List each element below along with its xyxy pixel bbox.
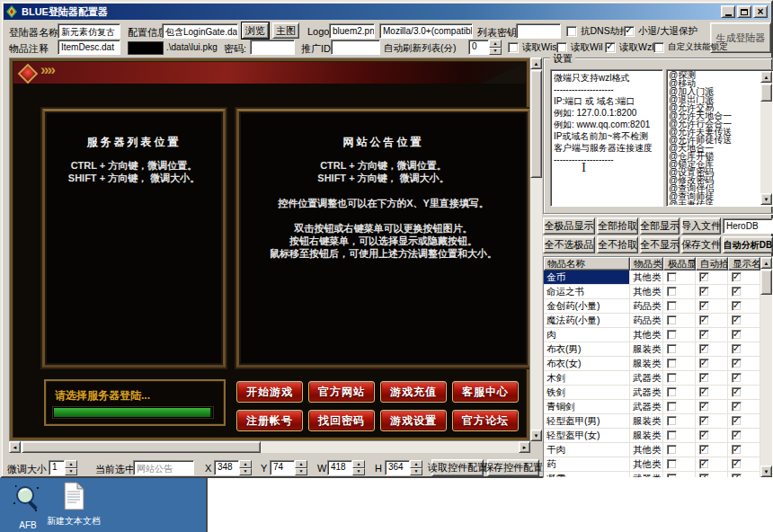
rare-show-checkbox[interactable] [667,287,677,297]
auto-pickup-checkbox[interactable] [699,330,709,340]
auto-refresh-value[interactable]: 0 [468,40,489,55]
server-list-panel[interactable]: 服务器列表位置 CTRL + 方向键，微调位置。SHIFT + 方向键， 微调大… [42,109,226,368]
read-wzl-checkbox[interactable]: 读取Wzl [605,40,654,54]
command-listbox[interactable]: @探测@移动@加入门派@退出门派@允许交易@允许天地合一@允许行会合一@允许夫妻… [666,69,773,207]
logo-input[interactable]: bluem2.png [329,23,375,39]
scroll-down-icon[interactable]: ▼ [760,466,772,477]
table-row[interactable]: 命运之书 其他类 [544,285,772,299]
auto-pickup-checkbox[interactable] [699,315,709,325]
spin-down-icon[interactable]: ▼ [410,468,422,476]
spin-down-icon[interactable]: ▼ [239,468,252,476]
table-row[interactable]: 轻型盔甲(男) 服装类 [544,414,772,429]
fine-tune-value[interactable]: 1 [49,460,65,475]
auto-pickup-checkbox[interactable] [699,387,709,397]
launcher-name-input[interactable]: 新元素仿复古 [58,23,120,39]
h-spinner[interactable]: 364 ▲▼ [385,460,422,475]
scroll-up-icon[interactable]: ▲ [760,71,772,83]
rare-show-checkbox[interactable] [667,387,677,397]
show-name-checkbox[interactable] [732,402,742,412]
anti-dns-checkbox[interactable]: 抗DNS劫持 [566,24,629,38]
server-select-box[interactable]: 请选择服务器登陆... [44,379,226,426]
show-name-checkbox[interactable] [732,330,742,340]
game-button[interactable]: 官方论坛 [452,410,519,431]
save-control-config-button[interactable]: 保存控件配置 [487,459,539,476]
table-row[interactable]: 肉 其他类 [544,328,772,342]
item-name-cell[interactable]: 药 [544,457,630,472]
show-name-checkbox[interactable] [732,359,742,368]
item-name-cell[interactable]: 命运之书 [544,285,630,299]
minimize-button[interactable] [721,5,735,18]
login-preview-canvas[interactable]: »» 服务器列表位置 CTRL + 方向键，微调位置。SHIFT + 方向键， … [9,58,530,441]
spin-up-icon[interactable]: ▲ [410,460,422,468]
auto-refresh-spinner[interactable]: 0 ▲▼ [468,40,502,55]
rare-show-checkbox[interactable] [667,459,677,469]
table-row[interactable]: 铁剑 武器类 [544,386,772,400]
spin-up-icon[interactable]: ▲ [65,460,77,468]
server-note-textarea[interactable]: 微端只支持wzl格式--------------------IP:端口 或 域名… [550,69,663,207]
desktop-icon-afb[interactable]: AFB [7,483,49,530]
show-name-checkbox[interactable] [732,416,742,426]
game-button[interactable]: 找回密码 [308,410,375,431]
game-button[interactable]: 官方网站 [308,381,375,403]
spin-down-icon[interactable]: ▼ [352,468,365,476]
x-value[interactable]: 348 [214,460,239,475]
show-name-checkbox[interactable] [732,445,742,455]
scroll-up-icon[interactable]: ▲ [760,257,772,269]
auto-pickup-checkbox[interactable] [699,344,709,354]
rare-show-checkbox[interactable] [667,373,677,383]
spin-down-icon[interactable]: ▼ [65,468,77,476]
preview-hscroll-thumb[interactable] [22,441,261,453]
pickup-none-button[interactable]: 全不拾取 [597,236,638,253]
show-name-checkbox[interactable] [732,301,742,311]
custom-skill-lock-checkbox-box[interactable] [653,42,664,53]
header-item-category[interactable]: 物品类别 [630,257,663,270]
header-item-name[interactable]: 物品名称 [544,257,630,270]
load-control-config-button[interactable]: 读取控件配置 [431,459,484,476]
show-name-checkbox[interactable] [732,315,742,325]
item-name-cell[interactable]: 肉 [544,328,630,342]
scroll-down-icon[interactable]: ▼ [760,193,772,205]
auto-pickup-checkbox[interactable] [699,416,709,426]
command-scroll-thumb[interactable] [760,84,772,102]
item-name-cell[interactable]: 金币 [544,270,630,285]
auto-pickup-checkbox[interactable] [699,402,709,412]
show-name-checkbox[interactable] [732,344,742,354]
auto-pickup-checkbox[interactable] [699,459,709,469]
game-button[interactable]: 开始游戏 [236,381,303,403]
item-note-input[interactable]: ItemDesc.dat [58,40,120,55]
custom-skill-lock-checkbox[interactable]: 自定义技能锁定 [653,40,728,54]
spin-up-icon[interactable]: ▲ [352,460,365,468]
table-row[interactable]: 魔法药(小量) 药品类 [544,314,772,328]
desktop-icon-new-text-document[interactable]: 新建文本文档 [47,482,101,528]
fine-tune-spinner[interactable]: 1 ▲▼ [49,460,77,475]
save-file-button[interactable]: 保存文件 [681,236,721,253]
table-row[interactable]: 木剑 武器类 [544,371,772,386]
pickup-all-button[interactable]: 全部拾取 [597,217,638,235]
table-row[interactable]: 轻型盔甲(女) 服装类 [544,429,772,443]
auto-pickup-checkbox[interactable] [699,445,709,455]
x-spinner[interactable]: 348 ▲▼ [214,460,252,475]
close-button[interactable] [753,5,768,18]
rare-show-checkbox[interactable] [667,416,677,426]
h-value[interactable]: 364 [385,460,410,475]
table-row[interactable]: 布衣(女) 服装类 [544,357,772,371]
preview-vscrollbar[interactable]: ▲ ▼ [530,58,542,453]
read-wzl-checkbox-box[interactable] [605,42,616,53]
scroll-right-icon[interactable]: ► [519,441,530,453]
game-button[interactable]: 注册帐号 [236,410,303,431]
w-value[interactable]: 418 [327,460,352,475]
anti-dns-checkbox-box[interactable] [566,26,577,37]
game-button[interactable]: 客服中心 [452,381,519,403]
item-name-cell[interactable]: 金创药(小量) [544,299,630,314]
table-row[interactable]: 金币 其他类 [544,270,772,285]
maximize-button[interactable] [737,5,751,18]
item-name-cell[interactable]: 铁剑 [544,386,630,400]
table-row[interactable]: 药 其他类 [544,457,772,472]
show-name-checkbox[interactable] [732,287,742,297]
show-all-rare-button[interactable]: 全极品显示 [543,217,595,235]
command-item[interactable]: @夫妻传送 [669,200,760,205]
scroll-up-icon[interactable]: ▲ [530,58,542,69]
spin-down-icon[interactable]: ▼ [489,48,502,56]
preview-vscroll-thumb[interactable] [530,70,542,178]
header-show-name[interactable]: 显示名字 [728,257,760,270]
